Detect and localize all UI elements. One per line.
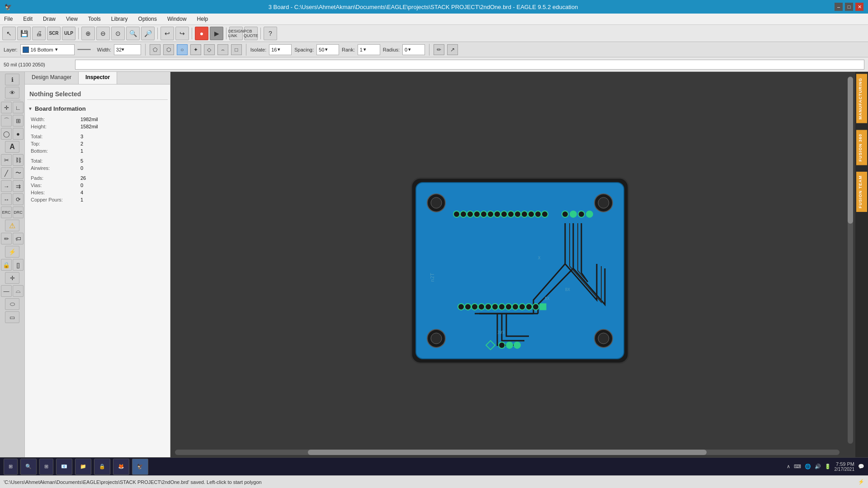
design-link-button[interactable]: DESIGN LINK: [229, 27, 243, 40]
svg-point-31: [478, 303, 485, 310]
start-button[interactable]: ⊞: [4, 459, 18, 475]
probe-icon[interactable]: ⚡: [5, 246, 19, 258]
stop-button[interactable]: ●: [195, 27, 208, 40]
menu-window[interactable]: Window: [165, 15, 189, 23]
optimize-icon[interactable]: ↔: [1, 193, 12, 205]
horizontal-scrollbar[interactable]: [175, 450, 840, 455]
shape-pentagon[interactable]: ⬠: [150, 44, 160, 55]
lock-icon[interactable]: 🔒: [1, 259, 12, 271]
svg-point-36: [512, 303, 519, 310]
shape-rect[interactable]: □: [231, 44, 242, 55]
tab-design-manager[interactable]: Design Manager: [25, 72, 79, 84]
minimize-button[interactable]: –: [835, 3, 843, 11]
shape-circle[interactable]: ○: [177, 44, 188, 55]
taskbar-edge[interactable]: 📧: [56, 459, 72, 475]
board-info-header[interactable]: ▼ Board Information: [27, 103, 168, 114]
layer-selector[interactable]: 16 Bottom ▾: [20, 44, 75, 55]
redo-button[interactable]: ↪: [175, 27, 189, 40]
shape-cap[interactable]: ⌢: [217, 44, 228, 55]
script-button[interactable]: SCR: [47, 27, 61, 40]
chain-icon[interactable]: ⛓: [13, 154, 24, 166]
arrow-tool[interactable]: ↗: [447, 44, 458, 55]
close-button[interactable]: ✕: [855, 3, 863, 11]
horizontal-line-icon[interactable]: —: [1, 285, 12, 297]
radius-selector[interactable]: 0 ▾: [402, 44, 425, 55]
arc-icon[interactable]: ⌓: [13, 285, 24, 297]
tag-icon[interactable]: 🏷: [13, 233, 24, 244]
bracket-icon[interactable]: []: [13, 259, 24, 271]
shape-star[interactable]: ✦: [190, 44, 201, 55]
circle-tool-icon[interactable]: ◯: [1, 128, 12, 140]
menu-help[interactable]: Help: [195, 15, 210, 23]
pencil-icon[interactable]: ✏: [1, 233, 12, 244]
eye-icon[interactable]: 👁: [5, 87, 19, 99]
shape-hexagon[interactable]: ⬡: [163, 44, 174, 55]
taskbar-eagle[interactable]: 🦅: [132, 459, 148, 475]
task-view-button[interactable]: ⊞: [39, 459, 53, 475]
taskbar-explorer[interactable]: 📁: [75, 459, 91, 475]
rank-selector[interactable]: 1 ▾: [358, 44, 380, 55]
drc-icon[interactable]: DRC: [13, 206, 24, 218]
notification-icon[interactable]: 💬: [858, 464, 864, 469]
zoom-out-button[interactable]: ⊖: [96, 27, 110, 40]
maximize-button[interactable]: □: [845, 3, 853, 11]
shape-diamond[interactable]: ◇: [204, 44, 215, 55]
isolate-selector[interactable]: 16 ▾: [269, 44, 292, 55]
text-icon[interactable]: A: [5, 141, 19, 153]
info-icon[interactable]: ℹ: [5, 74, 19, 85]
warning-icon[interactable]: ⚠: [5, 220, 19, 231]
run-button[interactable]: ▶: [210, 27, 223, 40]
erc-icon[interactable]: ERC: [1, 206, 12, 218]
menu-tools[interactable]: Tools: [86, 15, 103, 23]
vertical-scrollbar[interactable]: [848, 76, 853, 444]
ulp-button[interactable]: ULP: [62, 27, 75, 40]
menu-library[interactable]: Library: [109, 15, 130, 23]
zoom-layer-button[interactable]: 🔎: [141, 27, 155, 40]
menu-view[interactable]: View: [64, 15, 80, 23]
help-button[interactable]: ?: [264, 27, 277, 40]
search-taskbar-button[interactable]: 🔍: [20, 459, 37, 475]
pcb-quote-button[interactable]: PCB QUOTE: [244, 27, 258, 40]
manufacturing-tab[interactable]: MANUFACTURING: [856, 74, 867, 123]
tray-up-icon[interactable]: ∧: [787, 464, 790, 469]
rect-icon[interactable]: ▭: [5, 311, 19, 323]
taskbar-app1[interactable]: 🔒: [94, 459, 110, 475]
zoom-fit-button[interactable]: ⊙: [111, 27, 125, 40]
pen-tool[interactable]: ✏: [434, 44, 444, 55]
menu-draw[interactable]: Draw: [41, 15, 57, 23]
undo-button[interactable]: ↩: [160, 27, 174, 40]
print-button[interactable]: 🖨: [32, 27, 46, 40]
wrap-icon[interactable]: ⟳: [13, 193, 24, 205]
select-tool-button[interactable]: ↖: [2, 27, 16, 40]
fan-icon[interactable]: ⇉: [13, 180, 24, 192]
line-style-selector[interactable]: ▾: [77, 47, 94, 53]
scissors-icon[interactable]: ✂: [1, 154, 12, 166]
canvas-area[interactable]: n2T BX BX X 3V3: [170, 72, 855, 457]
wave-icon[interactable]: 〜: [13, 167, 24, 179]
grid-icon[interactable]: ⊞: [13, 115, 24, 127]
width-dropdown-icon: ▾: [122, 47, 124, 52]
zoom-area-button[interactable]: 🔍: [126, 27, 140, 40]
taskbar-firefox[interactable]: 🦊: [113, 459, 129, 475]
angle-icon[interactable]: ∟: [13, 102, 24, 113]
dot-icon[interactable]: ●: [13, 128, 24, 140]
line-icon[interactable]: ╱: [1, 167, 12, 179]
menu-edit[interactable]: Edit: [21, 15, 34, 23]
ellipse-icon[interactable]: ⬭: [5, 298, 19, 310]
command-input[interactable]: [75, 60, 864, 70]
width-selector[interactable]: 32 ▾: [114, 44, 141, 55]
route-icon[interactable]: →: [1, 180, 12, 192]
tab-inspector[interactable]: Inspector: [79, 72, 117, 84]
spacing-selector[interactable]: 50 ▾: [316, 44, 339, 55]
curve-icon[interactable]: ⌒: [1, 115, 12, 127]
save-button[interactable]: 💾: [17, 27, 31, 40]
menu-file[interactable]: File: [2, 15, 14, 23]
crosshair-icon[interactable]: ✛: [5, 272, 19, 284]
keyboard-icon: ⌨: [794, 464, 801, 469]
menu-options[interactable]: Options: [137, 15, 159, 23]
fusion360-tab[interactable]: FUSION 360: [856, 130, 867, 165]
move-icon[interactable]: ✛: [1, 102, 12, 113]
fusion-team-tab[interactable]: FUSION TEAM: [856, 172, 867, 212]
tool-pair-5: ╱ 〜: [1, 167, 24, 179]
zoom-in-button[interactable]: ⊕: [81, 27, 95, 40]
